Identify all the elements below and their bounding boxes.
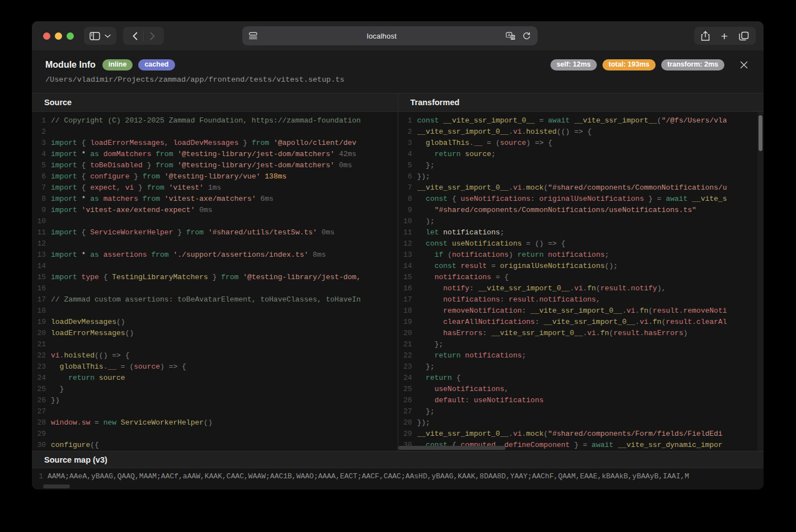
code-line: 10 (32, 216, 398, 227)
code-line: 5 }; (398, 160, 764, 171)
translate-icon[interactable]: A \u2605 (506, 32, 516, 40)
browser-toolbar: localhost A \u2605 (32, 21, 764, 50)
close-window-button[interactable] (43, 32, 50, 40)
code-line: 23 }; (398, 361, 764, 373)
transformed-panel: Transformed 1const __vite_ssr_import_0__… (398, 93, 764, 451)
toolbar-right-buttons: + (694, 27, 756, 45)
vertical-scrollbar-thumb[interactable] (759, 115, 762, 151)
source-code-view[interactable]: 1// Copyright (C) 2012-2025 Zammad Found… (32, 112, 398, 451)
code-line: 24 return { (398, 373, 764, 384)
code-line: 4import * as domMatchers from '@testing-… (32, 149, 398, 160)
sidebar-icon (90, 32, 100, 40)
code-line: 3 globalThis.__ = (source) => { (398, 138, 764, 149)
sourcemap-title: Source map (v3) (32, 451, 764, 468)
inline-badge: inline (102, 59, 133, 70)
code-line: 10 ); (398, 216, 764, 227)
code-line: 28window.sw = new ServiceWorkerHelper() (32, 417, 398, 429)
code-line: 17 notifications: result.notifications, (398, 294, 764, 305)
code-line: 13 if (notifications) return notificatio… (398, 249, 764, 261)
code-line: 7__vite_ssr_import_0__.vi.mock("#shared/… (398, 182, 764, 194)
svg-text:\u2605: \u2605 (507, 35, 516, 39)
code-line: 27 }; (398, 406, 764, 417)
code-line: 21 (32, 339, 398, 350)
code-line: 20 hasErrors: __vite_ssr_import_0__.vi.f… (398, 328, 764, 339)
code-line: 14 const result = originalUseNotificatio… (398, 261, 764, 272)
code-line: 12 (32, 238, 398, 249)
reader-icon[interactable] (249, 32, 258, 40)
forward-button[interactable] (144, 28, 161, 44)
browser-window: localhost A \u2605 (32, 21, 764, 489)
code-line: 30configure({ (32, 440, 398, 451)
code-line: 3import { loadErrorMessages, loadDevMess… (32, 138, 398, 149)
tab-overview-icon[interactable] (739, 31, 749, 41)
code-line: 11 let notifications; (398, 227, 764, 238)
share-icon[interactable] (701, 31, 710, 41)
code-line: 11import { ServiceWorkerHelper } from '#… (32, 227, 398, 238)
transformed-code-view[interactable]: 1const __vite_ssr_import_0__ = await __v… (398, 112, 764, 451)
code-line: 2 (32, 126, 398, 138)
nav-buttons (123, 27, 164, 45)
reload-icon[interactable] (522, 32, 531, 40)
zoom-window-button[interactable] (67, 32, 74, 40)
minimize-window-button[interactable] (55, 32, 62, 40)
code-line: 18 removeNotification: __vite_ssr_import… (398, 305, 764, 317)
vertical-scrollbar-track[interactable] (757, 112, 764, 451)
code-line: 17// Zammad custom assertions: toBeAvata… (32, 294, 398, 305)
code-line: 1const __vite_ssr_import_0__ = await __v… (398, 115, 764, 126)
page-title: Module Info (45, 60, 96, 70)
code-line: 2__vite_ssr_import_0__.vi.hoisted(() => … (398, 126, 764, 138)
source-panel: Source 1// Copyright (C) 2012-2025 Zamma… (32, 93, 398, 451)
code-line: 26 default: useNotifications (398, 395, 764, 406)
code-line: 19 clearAllNotifications: __vite_ssr_imp… (398, 317, 764, 328)
sourcemap-view[interactable]: 1 AAMA;AAeA,yBAAG,QAAQ,MAAM;AACf,aAAW,KA… (32, 468, 764, 489)
code-line: 27 (32, 406, 398, 417)
code-line: 26}) (32, 395, 398, 406)
code-line: 18 (32, 305, 398, 317)
code-line: 15import type { TestingLibraryMatchers }… (32, 272, 398, 283)
code-line: 6import { configure } from '@testing-lib… (32, 171, 398, 182)
chevron-down-icon (105, 34, 111, 38)
code-line: 13import * as assertions from './support… (32, 249, 398, 261)
code-line: 29__vite_ssr_import_0__.vi.mock("#shared… (398, 429, 764, 440)
code-line: 22vi.hoisted(() => { (32, 350, 398, 361)
self-time-badge: self: 12ms (550, 59, 597, 70)
code-line: 16 (32, 283, 398, 294)
url-text: localhost (258, 32, 506, 40)
code-line: 7import { expect, vi } from 'vitest' 1ms (32, 182, 398, 194)
address-bar[interactable]: localhost A \u2605 (242, 26, 538, 45)
new-tab-icon[interactable]: + (721, 30, 728, 42)
code-line: 5import { toBeDisabled } from '@testing-… (32, 160, 398, 171)
code-line: 4 return source; (398, 149, 764, 160)
code-line: 25 useNotifications, (398, 384, 764, 395)
transformed-panel-title: Transformed (398, 93, 764, 112)
code-line: 8import * as matchers from 'vitest-axe/m… (32, 194, 398, 205)
code-line: 15 notifications = { (398, 272, 764, 283)
code-line: 29 (32, 429, 398, 440)
module-info-bar: Module Info inline cached self: 12ms tot… (32, 50, 764, 93)
code-line: 21 }; (398, 339, 764, 350)
code-panels: Source 1// Copyright (C) 2012-2025 Zamma… (32, 93, 764, 451)
code-line: 12 const useNotifications = () => { (398, 238, 764, 249)
code-line: 19loadDevMessages() (32, 317, 398, 328)
code-line: 24 return source (32, 373, 398, 384)
horizontal-scrollbar-thumb[interactable] (398, 446, 506, 450)
code-line: 1// Copyright (C) 2012-2025 Zammad Found… (32, 115, 398, 126)
sourcemap-scrollbar-thumb[interactable] (43, 484, 70, 488)
traffic-lights (43, 32, 74, 40)
transform-time-badge: transform: 2ms (661, 59, 724, 70)
code-line: 9 "#shared/components/CommonNotification… (398, 205, 764, 216)
code-line: 22 return notifications; (398, 350, 764, 361)
code-line: 20loadErrorMessages() (32, 328, 398, 339)
code-line: 16 notify: __vite_ssr_import_0__.vi.fn(r… (398, 283, 764, 294)
code-line: 14 (32, 261, 398, 272)
source-panel-title: Source (32, 93, 398, 112)
module-file-path: /Users/vladimir/Projects/zammad/app/fron… (45, 76, 750, 84)
code-line: 9import 'vitest-axe/extend-expect' 0ms (32, 205, 398, 216)
code-line: 8 const { useNotifications: originalUseN… (398, 194, 764, 205)
back-button[interactable] (126, 28, 143, 44)
sidebar-toggle-button[interactable] (84, 27, 116, 45)
code-line: 6}); (398, 171, 764, 182)
code-line: 23 globalThis.__ = (source) => { (32, 361, 398, 373)
code-line: 25 } (32, 384, 398, 395)
close-panel-button[interactable] (738, 59, 750, 71)
